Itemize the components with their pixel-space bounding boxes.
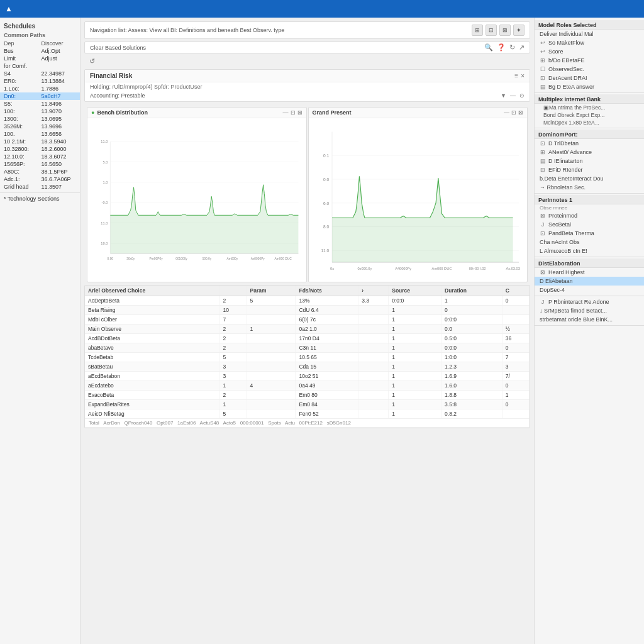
rs-item[interactable]: Cha nAcInt Obs <box>535 238 644 247</box>
sidebar-table-row[interactable]: S5:11.8496 <box>0 100 80 108</box>
rs-item[interactable]: Bond Obreck Expct Exp... <box>535 111 644 119</box>
sidebar-table-row[interactable]: Grid head11.3507 <box>0 183 80 191</box>
table-row[interactable]: aEcdatebo 1 4 0a4 49 1 1.6.0 0 <box>85 381 530 391</box>
sidebar-table-row[interactable]: LimitAdjust <box>0 55 80 62</box>
chart-right-icon-2[interactable]: ⊡ <box>511 109 516 116</box>
cell-fds: 6(0) 7c <box>296 315 358 325</box>
cell-p1: 2 <box>219 296 247 306</box>
rs-item[interactable]: L Almu:ecoB cIn E! <box>535 247 644 255</box>
rs-item[interactable]: ⊡DerAcent DRAI <box>535 74 644 82</box>
col-arrow[interactable]: › <box>358 286 389 296</box>
cell-source: 1 <box>389 343 441 353</box>
rs-item-icon: ▤ <box>540 84 546 90</box>
rs-item[interactable]: ⊟EFiD RIender <box>535 165 644 174</box>
table-row[interactable]: Main Observe 2 1 0a2 1.0 1 0:0 ½ <box>85 325 530 334</box>
svg-text:11.0: 11.0 <box>321 248 329 253</box>
chart-left-icon-2[interactable]: ⊡ <box>291 109 296 116</box>
sidebar-table-row[interactable]: 10.32800:18.2.6000 <box>0 145 80 153</box>
rs-item[interactable]: ⊡PandBeta Therma <box>535 229 644 238</box>
toolbar-icon-3[interactable]: ⊠ <box>499 25 511 36</box>
rs-item[interactable]: ↓ SrMpBeta fimod Betact... <box>535 306 644 315</box>
financial-icon-close[interactable]: × <box>521 72 525 79</box>
rs-item[interactable]: ▤D IElinatarton <box>535 157 644 165</box>
table-row[interactable]: AeicD NfiBetag 5 Fen0 52 1 0.8.2 <box>85 409 530 419</box>
chart-header-right: Grand Present — ⊡ ⊠ <box>309 108 528 118</box>
sidebar-table-row[interactable]: 1.Loc:1.7886 <box>0 85 80 92</box>
sidebar-table-row[interactable]: A80C:38.1.5P6P <box>0 168 80 175</box>
rs-item-label: EFiD RIender <box>548 167 583 173</box>
cell-fds: C3n 11 <box>296 343 358 353</box>
rs-item[interactable]: ⊞ANest0/ Advance <box>535 148 644 157</box>
sidebar-table-row[interactable]: 100.13.6656 <box>0 130 80 138</box>
table-row[interactable]: sBatBetau 3 Cda 15 1 1.2.3 3 <box>85 362 530 372</box>
sidebar-table-row[interactable]: 100:13.9070 <box>0 108 80 115</box>
rs-item[interactable]: → Rbnoletan Sec. <box>535 183 644 192</box>
cell-fds: 13% <box>296 296 358 306</box>
toolbar-icon-2[interactable]: ⊡ <box>486 25 497 36</box>
toolbar2-icon-2[interactable]: ❓ <box>497 43 506 52</box>
rs-item[interactable]: Deliver Individual Mal <box>535 30 644 38</box>
cell-duration: 1.2.3 <box>441 362 502 372</box>
chart-header-left: ● Bench Distribution — ⊡ ⊠ <box>87 108 306 118</box>
rs-item[interactable]: ⊡D TrlDbetan <box>535 139 644 148</box>
chart-body-right: 0.1 0.0 6.0 8.0 11.0 0x 0x000.0y <box>309 118 528 282</box>
toolbar2-icon-3[interactable]: ↻ <box>509 43 515 52</box>
sidebar-table-row[interactable]: S422.34987 <box>0 70 80 77</box>
sidebar-table-row[interactable]: 10 2.1M:18.3.5940 <box>0 138 80 145</box>
rs-section-title: Model Roles Selected <box>535 20 644 30</box>
toolbar2-icon-1[interactable]: 🔍 <box>484 43 493 52</box>
rs-item[interactable]: DopSec-4 <box>535 286 644 294</box>
cell-p1: 3 <box>219 372 247 381</box>
chart-left-icon-1[interactable]: — <box>283 109 289 116</box>
rs-item[interactable]: D EliAbetaan <box>535 277 644 286</box>
table-row[interactable]: Mdbi cOlber 7 6(0) 7c 1 0:0:0 <box>85 315 530 325</box>
svg-text:1.0: 1.0 <box>103 180 108 184</box>
table-row[interactable]: ExpandBetaRites 1 Em0 84 1 3.5:8 0 <box>85 400 530 409</box>
cell-p1: 5 <box>219 409 247 419</box>
cell-p2 <box>247 391 296 400</box>
rs-item[interactable]: JSecBetai <box>535 220 644 229</box>
sidebar-table-row[interactable]: Adc.1:36.6.7A06P <box>0 175 80 183</box>
rs-item[interactable]: ↩So MaketFlow <box>535 38 644 47</box>
rs-item[interactable]: JP Rbninteract Re Adone <box>535 297 644 306</box>
cell-source: 1 <box>389 372 441 381</box>
chart-right-icon-1[interactable]: — <box>504 109 509 116</box>
sidebar-table-row[interactable]: 3526M:13.9696 <box>0 123 80 130</box>
sidebar-table-row[interactable]: BusAdj:Opt <box>0 47 80 55</box>
toolbar-icon-1[interactable]: ⊞ <box>472 25 483 36</box>
chart-right-icon-3[interactable]: ⊠ <box>518 109 523 116</box>
table-row[interactable]: AcdBDotBeta 2 17n0 D4 1 0.5:0 36 <box>85 334 530 343</box>
table-row[interactable]: aEcdBetabon 3 10o2 51 1 1.6.9 7/ <box>85 372 530 381</box>
rs-item[interactable]: ⊞b/Do EBetaFE <box>535 56 644 65</box>
toolbar-icon-4[interactable]: ✦ <box>513 25 525 36</box>
detail-icon-3[interactable]: ⊙ <box>519 92 525 99</box>
table-row[interactable]: EvacoBeta 2 Em0 80 1 1.8:8 1 <box>85 391 530 400</box>
rs-item[interactable]: ⊠Proteinmod <box>535 211 644 220</box>
sidebar-table-row[interactable]: for Comf. <box>0 62 80 70</box>
table-row[interactable]: AcDeptoBeta 2 5 13% 3.3 0:0:0 1 0 <box>85 296 530 306</box>
cell-name: AcdBDotBeta <box>85 334 219 343</box>
sidebar-table-row[interactable]: 1300:13.0695 <box>0 115 80 123</box>
rs-item[interactable]: ↩Score <box>535 47 644 56</box>
chart-left-icon-3[interactable]: ⊠ <box>297 109 303 116</box>
sidebar-table-row[interactable]: Dn0:5a0cH7 <box>0 92 80 100</box>
financial-icon-menu[interactable]: ≡ <box>514 72 518 79</box>
table-row[interactable]: Beta Rising 10 CdU 6.4 1 0 <box>85 306 530 315</box>
rs-item[interactable]: ☐ObservedSec. <box>535 65 644 74</box>
rs-item[interactable]: ⊠Heard Highest <box>535 268 644 277</box>
rs-item[interactable]: b.Deta EnetoInteract Dou <box>535 174 644 183</box>
table-row[interactable]: TcdeBetab 5 10.5 65 1 1:0:0 7 <box>85 353 530 362</box>
refresh-icon[interactable]: ↺ <box>89 57 95 65</box>
table-row[interactable]: abaBetave 2 C3n 11 1 0:0:0 0 <box>85 343 530 353</box>
rs-item[interactable]: MclnDpex 1.x80 EteA... <box>535 119 644 126</box>
sidebar-table-row[interactable]: ER0:13.13884 <box>0 77 80 85</box>
rs-section-subtitle: Obse rmnee <box>535 204 644 211</box>
detail-icon-2[interactable]: — <box>510 92 516 99</box>
rs-item[interactable]: strbetamat oricle Blue BinK... <box>535 315 644 324</box>
sidebar-table-row[interactable]: 12.10.0:18.3.6072 <box>0 153 80 160</box>
sidebar-table-row[interactable]: 15656P:16.5650 <box>0 160 80 168</box>
detail-icon-1[interactable]: ▼ <box>501 92 506 99</box>
rs-item[interactable]: ▤Bg D EteA answer <box>535 82 644 91</box>
rs-item[interactable]: ▣Ma ntrima the ProSec... <box>535 104 644 111</box>
toolbar2-icon-4[interactable]: ↗ <box>519 43 525 52</box>
